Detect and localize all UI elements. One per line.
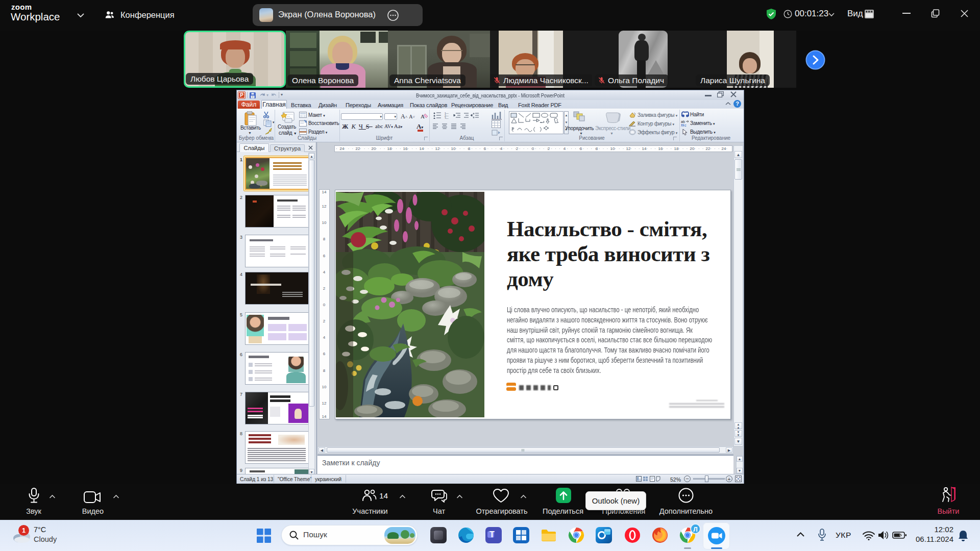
svg-text:20: 20 xyxy=(690,146,695,151)
svg-text:ab: ab xyxy=(681,120,685,123)
svg-text:4: 4 xyxy=(323,270,326,274)
svg-text:A: A xyxy=(421,113,425,119)
svg-text:2: 2 xyxy=(516,146,519,151)
svg-text:0: 0 xyxy=(323,303,326,307)
svg-text:12: 12 xyxy=(322,401,327,406)
svg-text:2: 2 xyxy=(323,286,326,291)
svg-text:10: 10 xyxy=(322,385,327,389)
svg-text:10: 10 xyxy=(322,220,327,225)
svg-text:14: 14 xyxy=(642,146,647,151)
svg-text:6: 6 xyxy=(323,254,326,258)
svg-text:18: 18 xyxy=(674,146,679,151)
svg-text:4: 4 xyxy=(500,146,503,151)
svg-text:6: 6 xyxy=(580,146,582,151)
svg-text:2: 2 xyxy=(548,146,550,151)
svg-text:12: 12 xyxy=(435,146,440,151)
svg-text:8: 8 xyxy=(323,368,326,373)
svg-text:2: 2 xyxy=(323,319,326,323)
svg-text:4: 4 xyxy=(323,335,326,340)
svg-text:8: 8 xyxy=(468,146,471,151)
svg-text:20: 20 xyxy=(372,146,376,151)
svg-text:8: 8 xyxy=(323,237,326,241)
svg-text:22: 22 xyxy=(356,146,360,151)
svg-text:채c: 채c xyxy=(681,123,687,127)
svg-text:6: 6 xyxy=(323,352,326,356)
svg-text:8: 8 xyxy=(596,146,598,151)
svg-text:14: 14 xyxy=(322,414,327,419)
svg-text:12: 12 xyxy=(626,146,631,151)
svg-text:24: 24 xyxy=(722,146,726,151)
svg-text:3—: 3— xyxy=(445,117,449,119)
svg-text:14: 14 xyxy=(322,190,327,194)
svg-text:16: 16 xyxy=(403,146,408,151)
svg-text:0: 0 xyxy=(532,146,534,151)
svg-text:12: 12 xyxy=(322,204,327,209)
svg-text:10: 10 xyxy=(610,146,615,151)
svg-text:18: 18 xyxy=(387,146,392,151)
svg-text:22: 22 xyxy=(706,146,710,151)
svg-text:10: 10 xyxy=(451,146,456,151)
